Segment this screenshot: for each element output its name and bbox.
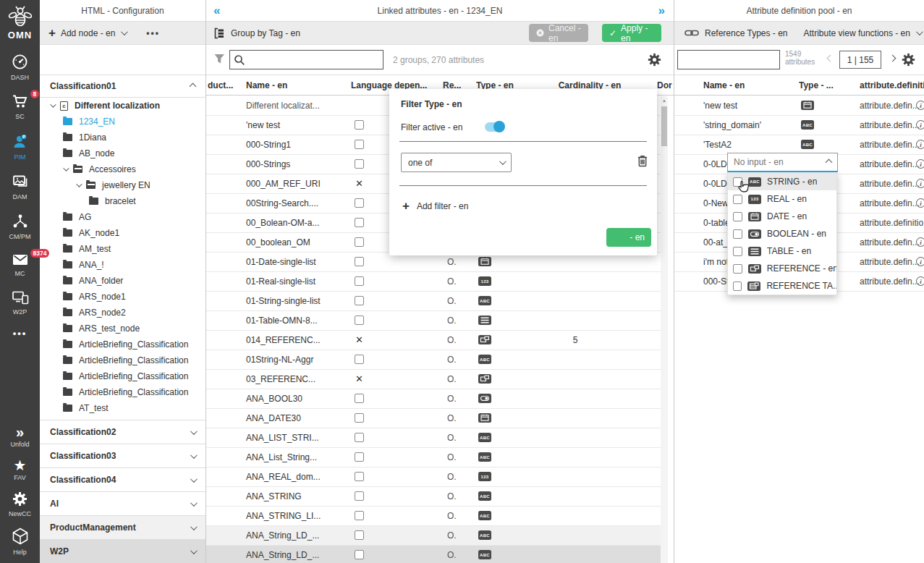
language-dependent-checkbox[interactable] — [355, 433, 364, 442]
table-row[interactable]: ANA_String_LD_...O.ABC — [206, 546, 661, 563]
page-next-icon[interactable] — [889, 55, 897, 62]
table-row[interactable]: 01-Date-single-listO. — [206, 253, 661, 272]
tree-node-at-test[interactable]: AT_test — [40, 400, 196, 416]
info-icon[interactable]: i — [916, 237, 924, 247]
scroll-up-arrow[interactable]: ▲ — [661, 98, 667, 103]
tree-node-ag[interactable]: AG — [40, 209, 196, 225]
option-checkbox[interactable] — [733, 247, 742, 256]
omn-logo[interactable]: OMN — [0, 0, 40, 41]
info-icon[interactable]: i — [916, 179, 924, 188]
tree-node-ars-test-node[interactable]: ARS_test_node — [40, 321, 196, 336]
info-icon[interactable]: i — [916, 140, 924, 149]
sidebar-item-w2p[interactable]: W2P — [0, 290, 40, 316]
tree-node-bracelet[interactable]: bracelet — [40, 193, 196, 209]
info-icon[interactable]: i — [916, 276, 924, 286]
language-dependent-checkbox[interactable] — [355, 140, 364, 149]
option-checkbox[interactable] — [733, 282, 742, 291]
tree-node-jewellery-en[interactable]: jewellery EN — [40, 177, 196, 193]
sidebar-item-help[interactable]: Help — [0, 528, 40, 556]
tree-node-different-localization[interactable]: cDifferent localization — [40, 98, 196, 114]
delete-filter-trash-icon[interactable] — [637, 154, 648, 169]
add-filter-button[interactable]: + Add filter - en — [402, 199, 468, 213]
tree-node-am-test[interactable]: AM_test — [40, 241, 196, 257]
sidebar-item-pim[interactable]: PPIM — [0, 133, 40, 161]
language-dependent-checkbox[interactable] — [355, 355, 364, 364]
collapse-left-icon[interactable]: « — [213, 4, 220, 17]
type-option-reftable[interactable]: REFERENCE TA... — [728, 277, 836, 295]
tree-node-accessoires[interactable]: Accessoires — [40, 161, 196, 177]
table-row[interactable]: 014_REFERENC...✕O.5 — [206, 331, 661, 350]
tree-node-ak-node1[interactable]: AK_node1 — [40, 225, 196, 241]
sidebar-item-unfold[interactable]: »Unfold — [0, 425, 40, 448]
linked-settings-gear-icon[interactable] — [648, 53, 661, 67]
chevron-down-icon[interactable] — [63, 165, 69, 171]
language-dependent-checkbox[interactable] — [355, 550, 364, 559]
cancel-button[interactable]: Cancel - en — [529, 24, 588, 42]
sidebar-item-cmpm[interactable]: CM/PM — [0, 213, 40, 240]
table-row[interactable]: ANA_BOOL30O. — [206, 389, 661, 409]
sidebar-item-more[interactable]: ••• — [0, 329, 40, 339]
language-dependent-checkbox[interactable] — [355, 452, 364, 462]
table-row[interactable]: ANA_String_LD_...O.ABC — [206, 526, 661, 546]
language-dependent-checkbox[interactable] — [355, 120, 364, 130]
tree-node-articlebriefing-classification[interactable]: ArticleBriefing_Classification — [40, 384, 196, 400]
section-w2p[interactable]: W2P — [40, 539, 205, 563]
language-dependent-checkbox[interactable] — [355, 530, 364, 540]
section-classification02[interactable]: Classification02 — [40, 420, 205, 444]
info-icon[interactable]: i — [916, 257, 924, 266]
option-checkbox[interactable] — [733, 195, 742, 204]
type-option-string[interactable]: ABCSTRING - en — [728, 173, 836, 190]
info-icon[interactable]: i — [916, 198, 924, 208]
table-row[interactable]: 'string_domain'ABCattribute.defin...i — [674, 116, 924, 135]
table-row[interactable]: 'new testattribute.defin...i — [674, 96, 924, 116]
language-dependent-checkbox[interactable] — [355, 198, 364, 208]
table-row[interactable]: 01-String-single-listO.ABC — [206, 292, 661, 311]
tree-node-1diana[interactable]: 1Diana — [40, 130, 196, 145]
sidebar-item-sc[interactable]: 8SC — [0, 94, 40, 120]
chevron-down-icon[interactable] — [50, 101, 56, 107]
table-row[interactable]: 01-Real-single-listO.123 — [206, 272, 661, 292]
language-dependent-checkbox[interactable] — [355, 511, 364, 520]
tree-node-1234-en[interactable]: 1234_EN — [40, 114, 196, 130]
page-previous-icon[interactable] — [827, 55, 834, 62]
tree-more-button[interactable]: ••• — [146, 28, 160, 38]
sidebar-item-newcc[interactable]: NewCC — [0, 491, 40, 517]
expand-right-icon[interactable]: » — [658, 4, 665, 17]
table-row[interactable]: 01String-NL-AggrO.ABC — [206, 350, 661, 370]
pool-search-input[interactable] — [682, 55, 779, 65]
language-dependent-checkbox[interactable] — [355, 276, 364, 286]
language-dependent-checkbox[interactable] — [355, 394, 364, 403]
language-dependent-checkbox[interactable] — [355, 316, 364, 325]
type-option-real[interactable]: 123REAL - en — [728, 190, 836, 208]
table-row[interactable]: ANA_DATE30O. — [206, 409, 661, 428]
pool-settings-gear-icon[interactable] — [902, 53, 915, 67]
section-classification03[interactable]: Classification03 — [40, 444, 205, 467]
funnel-icon[interactable] — [213, 54, 225, 64]
tree-node-ana-folder[interactable]: ANA_folder — [40, 273, 196, 289]
language-dependent-checkbox[interactable] — [355, 237, 364, 247]
language-dependent-checkbox[interactable] — [355, 491, 364, 501]
language-dependent-checkbox[interactable] — [355, 413, 364, 423]
table-row[interactable]: ANA_STRINGO.ABC — [206, 487, 661, 507]
option-checkbox[interactable] — [733, 177, 742, 187]
section-ai[interactable]: AI — [40, 491, 205, 515]
popup-save-button-partial[interactable]: - en — [606, 228, 651, 247]
table-row[interactable]: 'TestA2ABCattribute.defin...i — [674, 135, 924, 155]
type-option-date[interactable]: DATE - en — [728, 208, 836, 225]
sidebar-item-dam[interactable]: DAM — [0, 174, 40, 200]
info-icon[interactable]: i — [916, 159, 924, 169]
classification01-section-header[interactable]: Classification01 — [40, 75, 205, 98]
tree-node-ana-[interactable]: ANA_! — [40, 257, 196, 273]
type-option-boolean[interactable]: BOOLEAN - en — [728, 225, 836, 242]
tree-node-ab-node[interactable]: AB_node — [40, 145, 196, 161]
option-checkbox[interactable] — [733, 264, 742, 274]
option-checkbox[interactable] — [733, 229, 742, 239]
type-option-table[interactable]: TABLE - en — [728, 242, 836, 260]
table-row[interactable]: ANA_LIST_STRI...O.ABC — [206, 428, 661, 448]
tree-node-articlebriefing-classification[interactable]: ArticleBriefing_Classification — [40, 352, 196, 368]
table-row[interactable]: 01-Table-OMN-8...O. — [206, 311, 661, 331]
add-node-button[interactable]: + Add node - en — [48, 26, 126, 41]
table-row[interactable]: ANA_List_String...O.ABC — [206, 448, 661, 467]
type-option-reference[interactable]: REFERENCE - en — [728, 260, 836, 277]
info-icon[interactable]: i — [916, 101, 924, 110]
